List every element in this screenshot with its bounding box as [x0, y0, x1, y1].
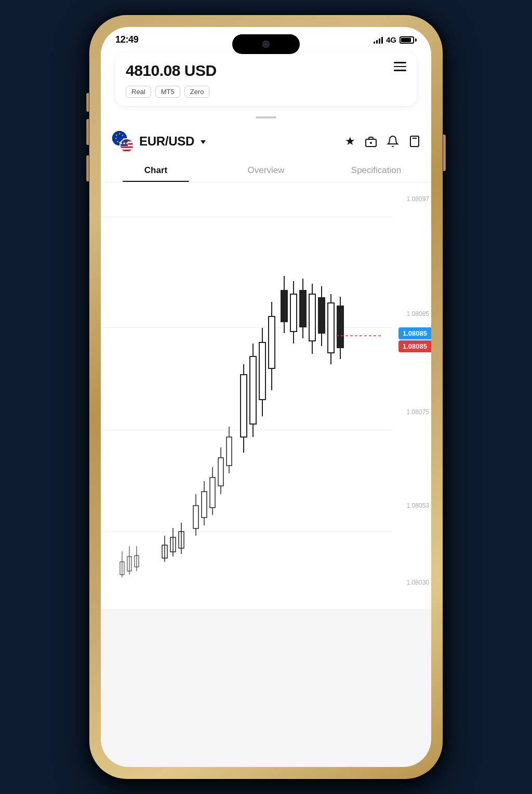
svg-rect-57 — [259, 342, 265, 400]
svg-rect-67 — [309, 294, 315, 341]
dynamic-island — [232, 34, 300, 54]
svg-rect-13 — [121, 151, 134, 153]
tag-mt5[interactable]: MT5 — [155, 86, 180, 98]
symbol-actions: ★ — [345, 135, 421, 148]
svg-rect-69 — [318, 298, 325, 333]
currency-flag: ★ ★ ★ ★ ★ ★ ★ ★ — [111, 130, 134, 153]
svg-rect-61 — [281, 290, 287, 322]
mute-button[interactable] — [86, 93, 89, 112]
account-card: 4810.08 USD Real MT5 Zero — [115, 52, 417, 106]
battery-fill — [401, 38, 411, 42]
price-badges: 1.08085 1.08085 — [398, 327, 431, 352]
bid-price-badge: 1.08085 — [398, 327, 431, 339]
tabs-container: Chart Overview Specification — [101, 158, 431, 182]
battery-tip — [415, 38, 417, 42]
symbol-dropdown-icon[interactable] — [201, 140, 206, 144]
status-time: 12:49 — [115, 34, 139, 45]
battery-body — [400, 36, 414, 44]
signal-bar-4 — [381, 37, 383, 44]
drag-handle — [256, 116, 276, 118]
signal-icon — [374, 36, 383, 44]
svg-rect-12 — [121, 148, 134, 150]
menu-line-1 — [394, 62, 406, 63]
svg-rect-63 — [290, 294, 297, 332]
symbol-left: ★ ★ ★ ★ ★ ★ ★ ★ — [111, 130, 206, 153]
network-type: 4G — [386, 35, 396, 44]
power-button[interactable] — [443, 135, 446, 171]
calculator-icon[interactable] — [408, 135, 421, 148]
signal-bar-2 — [376, 40, 378, 44]
tab-chart[interactable]: Chart — [101, 158, 211, 182]
screen-inner: 12:49 4G — [101, 27, 431, 767]
signal-bar-1 — [374, 42, 375, 44]
volume-up-button[interactable] — [86, 119, 89, 145]
svg-rect-45 — [202, 492, 207, 518]
volume-down-button[interactable] — [86, 155, 89, 181]
svg-rect-59 — [269, 316, 275, 368]
candlestick-svg — [101, 182, 431, 608]
status-icons: 4G — [374, 35, 417, 44]
ask-price-badge: 1.08085 — [398, 340, 431, 352]
menu-line-3 — [394, 70, 406, 71]
svg-rect-55 — [250, 356, 256, 424]
front-camera — [262, 41, 270, 48]
account-balance: 4810.08 USD — [126, 62, 406, 80]
svg-rect-43 — [193, 506, 198, 528]
account-tags: Real MT5 Zero — [126, 86, 406, 98]
tag-zero[interactable]: Zero — [184, 86, 210, 98]
phone-screen: 12:49 4G — [101, 27, 431, 767]
symbol-header: ★ ★ ★ ★ ★ ★ ★ ★ — [101, 125, 431, 158]
symbol-name: EUR/USD — [139, 134, 194, 149]
svg-rect-53 — [241, 375, 247, 437]
svg-rect-47 — [210, 478, 215, 508]
svg-text:★★★: ★★★ — [121, 141, 129, 145]
us-flag: ★★★ — [119, 138, 134, 153]
svg-rect-49 — [218, 458, 223, 486]
alert-icon[interactable] — [387, 135, 399, 148]
tab-overview[interactable]: Overview — [211, 158, 321, 182]
menu-button[interactable] — [394, 62, 406, 71]
menu-line-2 — [394, 66, 406, 68]
svg-rect-73 — [337, 306, 343, 348]
svg-rect-51 — [227, 437, 232, 466]
chart-area: 1.08097 1.08085 1.08075 1.08053 1.08030 — [101, 182, 431, 608]
svg-rect-71 — [328, 303, 334, 353]
trade-icon[interactable] — [365, 135, 377, 148]
svg-rect-65 — [300, 290, 306, 327]
tab-specification[interactable]: Specification — [321, 158, 431, 182]
signal-bar-3 — [379, 38, 380, 44]
favorite-star-icon[interactable]: ★ — [345, 135, 355, 148]
phone-container: 12:49 4G — [89, 12, 443, 782]
tag-real[interactable]: Real — [126, 86, 151, 98]
battery-icon — [400, 36, 417, 44]
